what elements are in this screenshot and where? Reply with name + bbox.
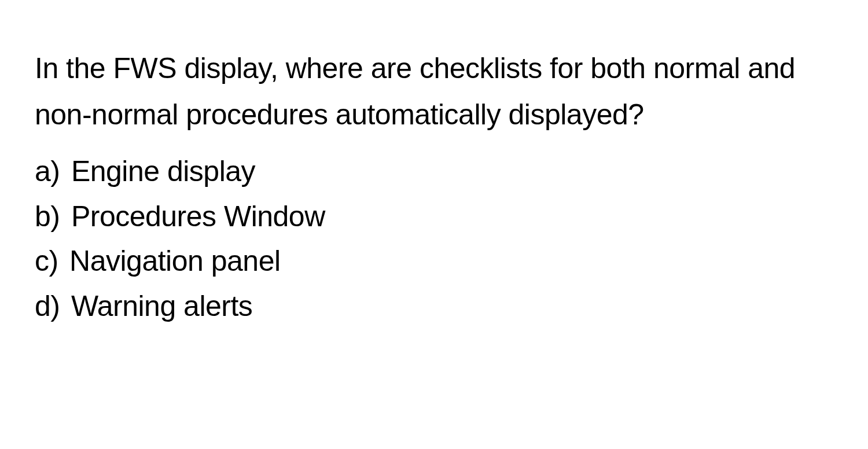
option-text-a: Engine display: [71, 155, 255, 187]
option-b: b) Procedures Window: [35, 194, 833, 240]
option-c: c) Navigation panel: [35, 239, 833, 284]
option-a: a) Engine display: [35, 149, 833, 194]
option-d: d) Warning alerts: [35, 284, 833, 329]
option-label-a: a): [35, 155, 60, 187]
option-text-d: Warning alerts: [71, 290, 252, 322]
option-label-b: b): [35, 200, 60, 233]
option-text-c: Navigation panel: [69, 245, 281, 277]
option-text-b: Procedures Window: [71, 200, 325, 233]
option-label-d: d): [35, 290, 60, 322]
option-label-c: c): [35, 245, 58, 277]
question-text: In the FWS display, where are checklists…: [35, 45, 816, 138]
